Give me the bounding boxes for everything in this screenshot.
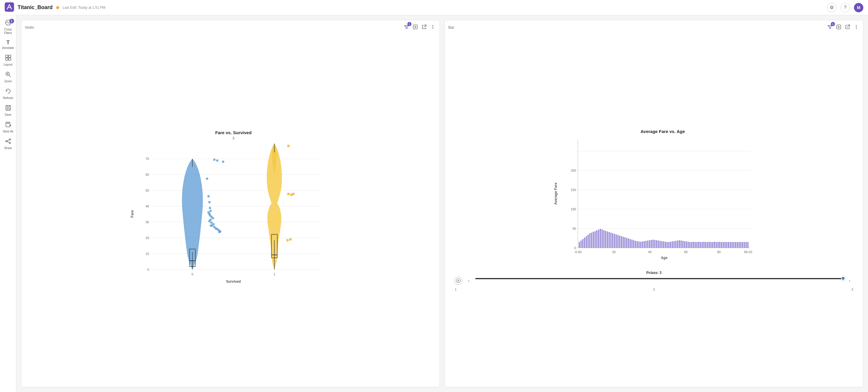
svg-rect-128 bbox=[626, 238, 627, 248]
cross-filters-badge: 1 bbox=[9, 19, 14, 23]
bar-more-button[interactable] bbox=[853, 24, 860, 31]
bar-filter-badge: 1 bbox=[831, 22, 835, 26]
edit-status-dot bbox=[56, 6, 59, 9]
svg-rect-138 bbox=[644, 241, 645, 248]
slider-next-button[interactable]: › bbox=[845, 277, 854, 285]
violin-export-button[interactable] bbox=[412, 24, 418, 31]
avatar[interactable]: M bbox=[854, 3, 863, 12]
svg-rect-110 bbox=[595, 231, 596, 248]
help-button[interactable]: ? bbox=[840, 3, 850, 12]
svg-text:150: 150 bbox=[571, 188, 576, 192]
svg-rect-109 bbox=[593, 232, 594, 248]
svg-rect-165 bbox=[691, 242, 692, 248]
svg-rect-168 bbox=[696, 242, 698, 248]
svg-rect-180 bbox=[718, 242, 719, 248]
svg-point-73 bbox=[289, 238, 292, 241]
slider-tick-3: 3 bbox=[851, 288, 853, 291]
svg-point-42 bbox=[216, 159, 219, 162]
svg-rect-121 bbox=[614, 234, 615, 248]
svg-rect-116 bbox=[605, 231, 607, 248]
svg-point-59 bbox=[210, 224, 212, 227]
svg-rect-105 bbox=[586, 236, 587, 248]
violin-filter-badge: 1 bbox=[407, 22, 411, 26]
svg-rect-132 bbox=[633, 240, 634, 248]
sidebar-item-cross-filters[interactable]: 1 CrossFilters bbox=[1, 18, 16, 37]
sidebar-item-label: Refresh bbox=[3, 96, 13, 100]
svg-rect-195 bbox=[744, 242, 745, 248]
sidebar-item-share[interactable]: Share bbox=[1, 136, 16, 152]
svg-point-56 bbox=[210, 222, 213, 224]
svg-rect-186 bbox=[728, 242, 729, 248]
svg-rect-150 bbox=[665, 242, 666, 248]
svg-rect-158 bbox=[679, 240, 680, 248]
violin-open-button[interactable] bbox=[421, 24, 427, 31]
slider-container: ‹ › bbox=[454, 277, 854, 285]
svg-text:50: 50 bbox=[572, 227, 576, 230]
violin-filter-button[interactable]: 1 bbox=[403, 24, 410, 31]
bar-open-button[interactable] bbox=[844, 24, 851, 31]
bar-export-button[interactable] bbox=[836, 24, 842, 31]
slider-thumb[interactable] bbox=[841, 276, 845, 280]
svg-rect-185 bbox=[726, 242, 727, 248]
svg-rect-2 bbox=[6, 55, 8, 57]
svg-rect-141 bbox=[649, 240, 650, 248]
svg-rect-106 bbox=[588, 235, 589, 248]
play-button[interactable] bbox=[454, 277, 462, 285]
svg-point-44 bbox=[206, 177, 208, 180]
sidebar-item-annotate[interactable]: T Annotate bbox=[1, 38, 16, 52]
violin-chart-title: Fare vs. Survived bbox=[215, 130, 251, 135]
svg-rect-161 bbox=[684, 241, 685, 248]
svg-text:0: 0 bbox=[191, 273, 193, 276]
svg-rect-171 bbox=[702, 242, 703, 248]
svg-rect-127 bbox=[624, 237, 626, 248]
svg-rect-182 bbox=[721, 242, 722, 248]
svg-text:Age: Age bbox=[661, 256, 668, 260]
svg-rect-148 bbox=[661, 241, 662, 248]
sidebar-item-refresh[interactable]: Refresh bbox=[1, 86, 16, 102]
svg-rect-119 bbox=[611, 233, 612, 248]
slider-prev-button[interactable]: ‹ bbox=[465, 277, 473, 285]
svg-rect-183 bbox=[723, 242, 724, 248]
svg-rect-197 bbox=[747, 242, 749, 248]
svg-rect-135 bbox=[639, 242, 640, 248]
svg-rect-4 bbox=[6, 58, 8, 60]
svg-point-70 bbox=[287, 193, 290, 195]
svg-rect-194 bbox=[742, 242, 743, 248]
bar-chart-type: Bar bbox=[448, 25, 454, 30]
svg-text:60: 60 bbox=[684, 250, 687, 254]
svg-rect-190 bbox=[735, 242, 736, 248]
violin-chart-type: Violin bbox=[25, 25, 34, 30]
svg-rect-160 bbox=[682, 241, 684, 248]
svg-rect-142 bbox=[651, 240, 652, 248]
svg-rect-189 bbox=[733, 242, 735, 248]
svg-rect-120 bbox=[612, 233, 613, 248]
bar-filter-button[interactable]: 1 bbox=[827, 24, 833, 31]
svg-rect-144 bbox=[654, 240, 655, 248]
sidebar-item-label: CrossFilters bbox=[4, 28, 12, 35]
slider-tick-1: 1 bbox=[455, 288, 457, 291]
sidebar-item-zoom[interactable]: Zoom bbox=[1, 69, 16, 85]
bar-chart-bars bbox=[579, 229, 749, 248]
sidebar-item-save-as[interactable]: Save As bbox=[1, 119, 16, 135]
svg-rect-107 bbox=[589, 233, 591, 248]
svg-rect-112 bbox=[598, 230, 599, 248]
sidebar-item-layout[interactable]: Layout bbox=[1, 53, 16, 68]
settings-button[interactable]: ⚙ bbox=[827, 3, 836, 12]
svg-rect-140 bbox=[647, 241, 649, 248]
svg-point-12 bbox=[9, 142, 10, 144]
slider-label: Pclass: 3 bbox=[454, 271, 854, 275]
svg-rect-151 bbox=[666, 242, 668, 248]
svg-point-74 bbox=[286, 239, 289, 242]
zoom-icon bbox=[5, 71, 11, 79]
sidebar-item-save[interactable]: Save bbox=[1, 103, 16, 118]
slider-track[interactable] bbox=[475, 278, 843, 284]
annotate-icon: T bbox=[6, 39, 10, 46]
violin-chart-header: Violin 1 bbox=[25, 24, 436, 31]
svg-rect-0 bbox=[5, 2, 14, 12]
svg-rect-124 bbox=[619, 235, 620, 248]
svg-rect-193 bbox=[740, 242, 742, 248]
svg-point-10 bbox=[9, 139, 10, 140]
svg-rect-179 bbox=[716, 242, 717, 248]
svg-rect-108 bbox=[591, 233, 592, 248]
violin-more-button[interactable] bbox=[430, 24, 436, 31]
